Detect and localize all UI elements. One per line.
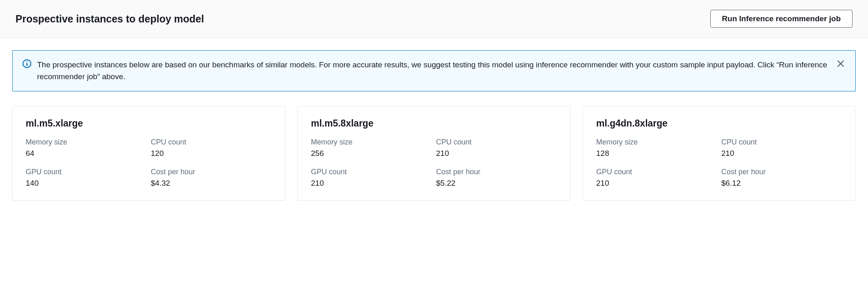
stat-label: Cost per hour <box>151 168 272 176</box>
instance-stats: Memory size 256 CPU count 210 GPU count … <box>311 138 557 188</box>
stat-label: Cost per hour <box>721 168 842 176</box>
stat-cost-per-hour: Cost per hour $4.32 <box>151 168 272 188</box>
stat-value: $6.12 <box>721 179 842 188</box>
stat-memory-size: Memory size 128 <box>596 138 717 158</box>
instance-name: ml.m5.8xlarge <box>311 118 557 129</box>
stat-label: Memory size <box>596 138 717 147</box>
stat-memory-size: Memory size 256 <box>311 138 432 158</box>
stat-label: CPU count <box>151 138 272 147</box>
stat-label: Cost per hour <box>436 168 557 176</box>
page-title: Prospective instances to deploy model <box>15 13 204 25</box>
svg-point-2 <box>26 61 27 62</box>
run-inference-recommender-button[interactable]: Run Inference recommender job <box>710 10 853 28</box>
stat-gpu-count: GPU count 210 <box>311 168 432 188</box>
stat-label: CPU count <box>721 138 842 147</box>
stat-label: GPU count <box>311 168 432 176</box>
stat-value: 210 <box>436 149 557 158</box>
stat-value: 256 <box>311 149 432 158</box>
instance-card: ml.g4dn.8xlarge Memory size 128 CPU coun… <box>583 106 856 200</box>
stat-cost-per-hour: Cost per hour $5.22 <box>436 168 557 188</box>
stat-label: Memory size <box>26 138 147 147</box>
stat-label: CPU count <box>436 138 557 147</box>
close-icon[interactable] <box>836 59 846 69</box>
page-content: The prospective instances below are base… <box>0 38 868 213</box>
stat-value: 210 <box>596 179 717 188</box>
info-icon <box>22 59 31 68</box>
stat-memory-size: Memory size 64 <box>26 138 147 158</box>
stat-value: 120 <box>151 149 272 158</box>
stat-value: $4.32 <box>151 179 272 188</box>
stat-label: GPU count <box>26 168 147 176</box>
instance-name: ml.g4dn.8xlarge <box>596 118 842 129</box>
stat-gpu-count: GPU count 210 <box>596 168 717 188</box>
instance-stats: Memory size 128 CPU count 210 GPU count … <box>596 138 842 188</box>
stat-label: GPU count <box>596 168 717 176</box>
stat-gpu-count: GPU count 140 <box>26 168 147 188</box>
stat-value: 210 <box>311 179 432 188</box>
stat-label: Memory size <box>311 138 432 147</box>
instance-cards: ml.m5.xlarge Memory size 64 CPU count 12… <box>12 106 856 200</box>
stat-cost-per-hour: Cost per hour $6.12 <box>721 168 842 188</box>
stat-value: 140 <box>26 179 147 188</box>
stat-cpu-count: CPU count 210 <box>436 138 557 158</box>
instance-card: ml.m5.xlarge Memory size 64 CPU count 12… <box>12 106 285 200</box>
info-banner-text: The prospective instances below are base… <box>37 59 828 83</box>
stat-value: 128 <box>596 149 717 158</box>
stat-value: 210 <box>721 149 842 158</box>
stat-cpu-count: CPU count 210 <box>721 138 842 158</box>
info-banner: The prospective instances below are base… <box>12 50 856 91</box>
stat-value: $5.22 <box>436 179 557 188</box>
instance-card: ml.m5.8xlarge Memory size 256 CPU count … <box>297 106 571 200</box>
instance-name: ml.m5.xlarge <box>26 118 272 129</box>
instance-stats: Memory size 64 CPU count 120 GPU count 1… <box>26 138 272 188</box>
stat-cpu-count: CPU count 120 <box>151 138 272 158</box>
page-header: Prospective instances to deploy model Ru… <box>0 0 868 38</box>
stat-value: 64 <box>26 149 147 158</box>
